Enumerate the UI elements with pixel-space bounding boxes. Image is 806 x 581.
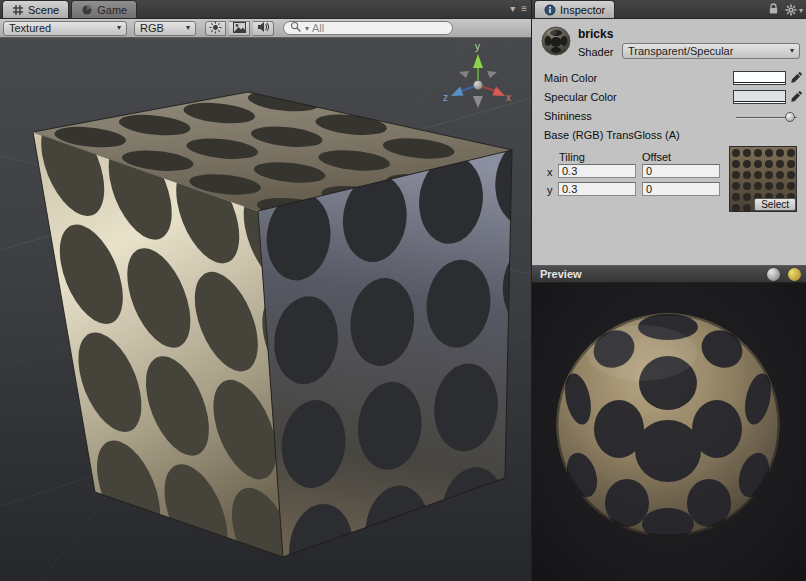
- chevron-down-icon: ▾: [305, 24, 309, 33]
- preview-header[interactable]: Preview: [532, 265, 806, 283]
- specular-color-eyedropper-icon[interactable]: [789, 89, 804, 104]
- shader-value: Transparent/Specular: [628, 45, 733, 57]
- tab-scene[interactable]: Scene: [2, 0, 69, 18]
- scene-search-input[interactable]: ▾ All: [283, 21, 453, 35]
- shader-label: Shader: [578, 46, 613, 58]
- tiling-row-x-label: x: [547, 166, 553, 178]
- tiling-x-input[interactable]: [558, 164, 636, 178]
- main-color-alpha-bar: [734, 82, 785, 84]
- gizmo-neg-z-cone[interactable]: [487, 71, 497, 78]
- gizmo-x-label: x: [506, 92, 511, 103]
- textured-cube[interactable]: [33, 87, 585, 581]
- draw-mode-dropdown[interactable]: Textured ▾: [3, 21, 127, 36]
- tab-inspector[interactable]: Inspector: [534, 0, 615, 18]
- scene-toolbar: Textured ▾ RGB ▾ ▾ All: [0, 19, 531, 38]
- shader-dropdown[interactable]: Transparent/Specular ▾: [622, 43, 800, 59]
- gizmo-neg-x-cone[interactable]: [459, 71, 469, 78]
- gizmo-z-cone[interactable]: [451, 87, 464, 97]
- select-texture-button[interactable]: Select: [754, 198, 796, 211]
- scene-panel: Scene Game ▾≡ Textured ▾ RGB ▾: [0, 0, 531, 581]
- main-color-well[interactable]: [733, 71, 786, 85]
- shininess-slider-knob[interactable]: [785, 112, 795, 122]
- gizmo-z-label: z: [443, 92, 448, 103]
- preview-sphere: [556, 313, 780, 540]
- image-icon: [233, 22, 246, 35]
- specular-color-label: Specular Color: [544, 91, 617, 103]
- tiling-row-y-label: y: [547, 184, 553, 196]
- material-preview-icon[interactable]: [538, 23, 574, 59]
- gizmo-center[interactable]: [473, 80, 482, 89]
- scene-grid-icon: [12, 4, 24, 16]
- search-filter-value: All: [312, 22, 324, 34]
- scene-lighting-toggle[interactable]: [205, 21, 226, 36]
- specular-color-well[interactable]: [733, 90, 786, 104]
- material-name: bricks: [578, 27, 613, 41]
- scene-panel-menu[interactable]: ▾≡: [510, 3, 527, 14]
- main-color-label: Main Color: [544, 72, 597, 84]
- shininess-label: Shininess: [544, 110, 592, 122]
- chevron-down-icon: ▾: [790, 47, 794, 55]
- offset-y-input[interactable]: [642, 182, 720, 196]
- draw-mode-value: Textured: [9, 22, 51, 34]
- scene-viewport[interactable]: y x z: [0, 38, 531, 581]
- specular-color-alpha-bar: [734, 101, 785, 103]
- tab-game-label: Game: [97, 4, 127, 16]
- tab-inspector-label: Inspector: [560, 4, 605, 16]
- channels-value: RGB: [140, 22, 164, 34]
- tiling-y-input[interactable]: [558, 182, 636, 196]
- lock-icon[interactable]: [768, 3, 779, 17]
- offset-header: Offset: [642, 151, 671, 163]
- main-color-eyedropper-icon[interactable]: [789, 70, 804, 85]
- menu-icon: ≡: [521, 3, 527, 14]
- tiling-header: Tiling: [559, 151, 585, 163]
- tab-scene-label: Scene: [28, 4, 59, 16]
- preview-light-icon[interactable]: [788, 268, 801, 281]
- gizmo-x-cone[interactable]: [493, 87, 506, 97]
- speaker-icon: [257, 21, 270, 35]
- orientation-gizmo[interactable]: y x z: [443, 41, 511, 108]
- base-texture-thumbnail[interactable]: Select: [729, 146, 797, 212]
- scene-skybox-toggle[interactable]: [229, 21, 250, 36]
- render-channels-dropdown[interactable]: RGB ▾: [134, 21, 196, 36]
- gear-icon[interactable]: ▾: [785, 4, 803, 16]
- inspector-tabstrip: Inspector ▾: [532, 0, 806, 19]
- chevron-down-icon: ▾: [799, 6, 803, 15]
- game-icon: [81, 4, 93, 16]
- chevron-down-icon: ▾: [510, 3, 515, 14]
- sun-icon: [209, 21, 222, 36]
- preview-sphere-icon[interactable]: [767, 268, 780, 281]
- gizmo-y-label: y: [475, 41, 480, 52]
- scene-tabstrip: Scene Game ▾≡: [0, 0, 531, 19]
- material-preview-area[interactable]: +: [532, 283, 806, 581]
- gizmo-y-cone[interactable]: [473, 54, 483, 68]
- search-icon: [290, 21, 302, 35]
- base-map-label: Base (RGB) TransGloss (A): [544, 129, 680, 141]
- gizmo-neg-y-cone[interactable]: [473, 96, 483, 108]
- inspector-icon: [544, 4, 556, 16]
- chevron-down-icon: ▾: [186, 24, 190, 32]
- tab-game[interactable]: Game: [71, 0, 137, 18]
- chevron-down-icon: ▾: [117, 24, 121, 32]
- inspector-panel: Inspector ▾ bricks Shader Transparent/Sp…: [531, 0, 806, 581]
- offset-x-input[interactable]: [642, 164, 720, 178]
- select-texture-label: Select: [761, 199, 789, 210]
- preview-title: Preview: [540, 268, 582, 280]
- scene-audio-toggle[interactable]: [253, 21, 274, 36]
